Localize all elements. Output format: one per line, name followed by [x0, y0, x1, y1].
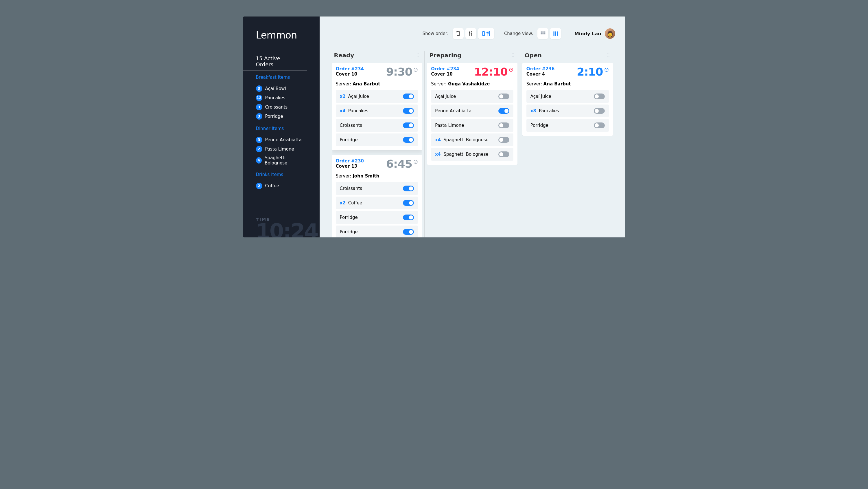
logo: Lemmon — [243, 29, 320, 41]
column-header: Ready⠿ — [332, 51, 422, 63]
sidebar-item[interactable]: 12Pancakes — [256, 95, 307, 101]
order-link[interactable]: Order #236 — [526, 66, 555, 71]
timer-value: 12:10 — [474, 66, 507, 77]
item-name: Porridge — [340, 215, 358, 220]
sidebar-item-label: Pancakes — [265, 95, 285, 100]
clock-icon — [509, 67, 514, 72]
column-header: Open⠿ — [522, 51, 613, 63]
cards-container: Order #236Cover 42:10Server: Ana BarbutA… — [522, 63, 613, 136]
timer-value: 6:45 — [386, 159, 412, 169]
order-link[interactable]: Order #234 — [336, 66, 364, 71]
active-orders-heading: 15 Active Orders — [243, 55, 307, 70]
column-title: Ready — [334, 52, 354, 59]
drag-handle-icon[interactable]: ⠿ — [607, 54, 610, 56]
sidebar-item-label: Croissants — [265, 105, 288, 110]
utensils-icon — [468, 31, 474, 36]
columns-icon — [553, 31, 559, 36]
item-name: Açaí Juice — [530, 94, 551, 99]
item-toggle[interactable] — [594, 122, 605, 128]
filter-drinks-button[interactable] — [453, 28, 464, 39]
change-view-label: Change view: — [504, 31, 533, 36]
count-badge: 3 — [256, 113, 262, 120]
change-view-buttons — [537, 28, 561, 39]
svg-rect-7 — [555, 32, 556, 36]
order-item-row: x4 Pancakes — [336, 105, 418, 117]
order-link[interactable]: Order #234 — [431, 66, 459, 71]
drag-handle-icon[interactable]: ⠿ — [416, 54, 420, 56]
order-link[interactable]: Order #230 — [336, 159, 364, 164]
item-toggle[interactable] — [403, 185, 414, 191]
item-qty: x4 — [435, 152, 442, 157]
item-qty: x2 — [340, 94, 347, 99]
sidebar-category: Drinks Items — [256, 172, 307, 179]
item-toggle[interactable] — [594, 108, 605, 114]
sidebar-item-label: Spaghetti Bolognese — [265, 155, 307, 166]
count-badge: 3 — [256, 104, 262, 110]
item-toggle[interactable] — [498, 93, 509, 99]
sidebar-item-label: Porridge — [265, 114, 283, 119]
item-qty: x2 — [340, 200, 347, 206]
filter-all-button[interactable] — [478, 28, 494, 39]
timer-value: 9:30 — [386, 66, 412, 77]
order-item-row: Penne Arrabiatta — [431, 105, 514, 117]
order-item-row: Açaí Juice — [431, 90, 514, 103]
sidebar-item-label: Pasta Limone — [265, 146, 294, 152]
order-item-row: Porridge — [336, 134, 418, 146]
cup-icon — [455, 31, 461, 36]
sidebar-item[interactable]: 4Spaghetti Bolognese — [256, 155, 307, 166]
cover-label: Cover 10 — [336, 71, 364, 77]
card-header: Order #230Cover 136:45 — [336, 159, 418, 169]
count-badge: 2 — [256, 146, 262, 152]
item-toggle[interactable] — [403, 108, 414, 114]
item-qty: x4 — [435, 137, 442, 142]
sidebar-item[interactable]: 3Porridge — [256, 113, 307, 120]
order-item-row: x8 Pancakes — [526, 105, 609, 117]
order-card: Order #234Cover 1012:10Server: Guga Vash… — [427, 63, 518, 165]
sidebar-item[interactable]: 2Coffee — [256, 183, 307, 189]
item-toggle[interactable] — [594, 93, 605, 99]
item-name: x2 Coffee — [340, 200, 363, 206]
count-badge: 2 — [256, 183, 262, 189]
order-item-row: Porridge — [526, 119, 609, 132]
item-toggle[interactable] — [403, 93, 414, 99]
item-toggle[interactable] — [498, 151, 509, 157]
item-name: x4 Spaghetti Bolognese — [435, 152, 489, 157]
order-item-row: Croissants — [336, 119, 418, 132]
sidebar-item[interactable]: 3Penne Arrabiatta — [256, 137, 307, 143]
svg-rect-2 — [544, 32, 545, 33]
view-grid-button[interactable] — [537, 28, 548, 39]
sidebar-item[interactable]: 3Açaí Bowl — [256, 85, 307, 92]
order-item-row: x2 Açaí Juice — [336, 90, 418, 103]
order-item-row: Pasta Limone — [431, 119, 514, 132]
user-block[interactable]: Mindy Lau 👩 — [575, 28, 615, 39]
item-toggle[interactable] — [403, 137, 414, 143]
filter-food-button[interactable] — [465, 28, 476, 39]
item-toggle[interactable] — [498, 108, 509, 114]
item-toggle[interactable] — [403, 122, 414, 128]
item-toggle[interactable] — [403, 214, 414, 220]
timer: 2:10 — [577, 66, 609, 77]
server-label: Server: Guga Vashakidze — [431, 81, 514, 87]
order-item-row: Croissants — [336, 182, 418, 195]
svg-rect-0 — [540, 32, 542, 33]
sidebar-item[interactable]: 2Pasta Limone — [256, 146, 307, 152]
sidebar-item[interactable]: 3Croissants — [256, 104, 307, 110]
count-badge: 3 — [256, 85, 262, 92]
drag-handle-icon[interactable]: ⠿ — [512, 54, 515, 56]
item-name: Porridge — [340, 229, 358, 234]
column-header: Preparing⠿ — [427, 51, 518, 63]
view-columns-button[interactable] — [550, 28, 561, 39]
user-name: Mindy Lau — [575, 31, 601, 36]
item-toggle[interactable] — [498, 137, 509, 143]
item-toggle[interactable] — [403, 229, 414, 235]
topbar: Show order: Change view: — [320, 17, 625, 51]
svg-rect-8 — [557, 32, 558, 36]
item-toggle[interactable] — [403, 200, 414, 206]
order-item-row: x2 Coffee — [336, 197, 418, 209]
svg-rect-4 — [542, 33, 544, 34]
cover-label: Cover 10 — [431, 71, 459, 77]
sidebar-category: Dinner Items — [256, 126, 307, 133]
item-name: Porridge — [530, 123, 548, 128]
server-label: Server: Ana Barbut — [336, 81, 418, 87]
item-toggle[interactable] — [498, 122, 509, 128]
